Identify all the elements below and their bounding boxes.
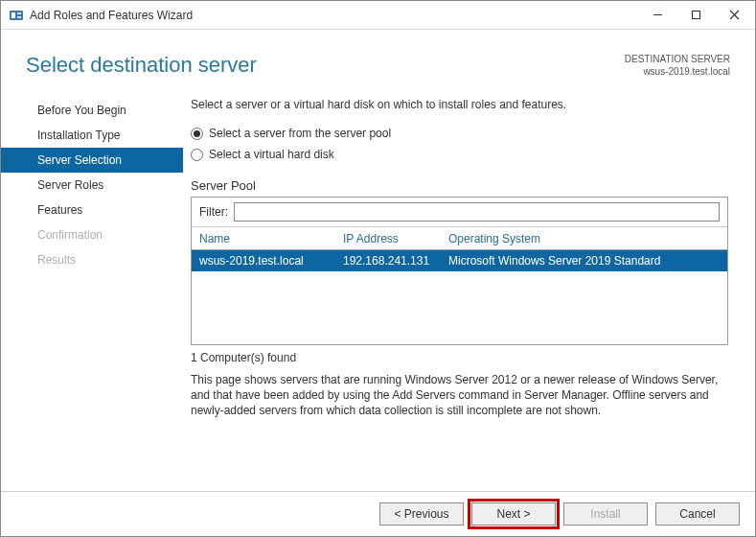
computer-count-text: 1 Computer(s) found: [191, 351, 728, 364]
wizard-footer: < Previous Next > Install Cancel: [1, 492, 755, 536]
column-header-name[interactable]: Name: [199, 232, 343, 245]
radio-label: Select a server from the server pool: [209, 127, 391, 140]
maximize-button[interactable]: [676, 2, 715, 29]
instruction-text: Select a server or a virtual hard disk o…: [191, 98, 728, 111]
wizard-header: Select destination server DESTINATION SE…: [1, 30, 755, 87]
close-button[interactable]: [715, 2, 753, 29]
radio-icon: [191, 128, 203, 140]
radio-virtual-hard-disk[interactable]: Select a virtual hard disk: [191, 144, 728, 165]
sidebar-item-results: Results: [1, 247, 183, 272]
server-pool-box: Filter: Name IP Address Operating System…: [191, 197, 728, 345]
svg-rect-2: [17, 12, 21, 14]
table-header: Name IP Address Operating System: [192, 227, 727, 250]
svg-line-6: [730, 11, 739, 19]
sidebar-item-before-you-begin[interactable]: Before You Begin: [1, 98, 183, 123]
wizard-main-panel: Select a server or a virtual hard disk o…: [183, 94, 755, 491]
cell-ip: 192.168.241.131: [343, 254, 448, 268]
window-titlebar: Add Roles and Features Wizard: [1, 1, 755, 30]
svg-rect-3: [17, 16, 21, 18]
previous-button[interactable]: < Previous: [379, 502, 464, 525]
destination-server-box: DESTINATION SERVER wsus-2019.test.local: [625, 53, 730, 78]
filter-label: Filter:: [199, 205, 228, 219]
filter-input[interactable]: [234, 202, 720, 222]
cancel-button[interactable]: Cancel: [655, 502, 740, 525]
description-text: This page shows servers that are running…: [191, 372, 728, 419]
app-icon: [9, 8, 24, 23]
server-pool-label: Server Pool: [191, 178, 728, 193]
sidebar-item-server-selection[interactable]: Server Selection: [1, 148, 183, 173]
next-button[interactable]: Next >: [471, 502, 556, 525]
table-row[interactable]: wsus-2019.test.local 192.168.241.131 Mic…: [192, 250, 727, 271]
radio-server-pool[interactable]: Select a server from the server pool: [191, 123, 728, 144]
column-header-ip[interactable]: IP Address: [343, 232, 448, 245]
sidebar-item-features[interactable]: Features: [1, 198, 183, 222]
cell-os: Microsoft Windows Server 2019 Standard: [448, 254, 720, 268]
sidebar-item-confirmation: Confirmation: [1, 222, 183, 247]
page-title: Select destination server: [26, 53, 257, 78]
column-header-os[interactable]: Operating System: [448, 232, 720, 245]
destination-server-label: DESTINATION SERVER: [625, 53, 730, 65]
svg-rect-5: [692, 12, 699, 19]
radio-icon: [191, 149, 203, 161]
cell-name: wsus-2019.test.local: [199, 254, 343, 268]
svg-line-7: [730, 11, 739, 19]
window-title: Add Roles and Features Wizard: [30, 9, 638, 22]
sidebar-item-server-roles[interactable]: Server Roles: [1, 173, 183, 198]
install-button: Install: [563, 502, 648, 525]
destination-server-value: wsus-2019.test.local: [625, 65, 730, 78]
wizard-steps-sidebar: Before You Begin Installation Type Serve…: [1, 94, 183, 491]
minimize-button[interactable]: [638, 2, 676, 29]
radio-label: Select a virtual hard disk: [209, 148, 334, 161]
sidebar-item-installation-type[interactable]: Installation Type: [1, 123, 183, 148]
server-list[interactable]: wsus-2019.test.local 192.168.241.131 Mic…: [192, 250, 727, 344]
svg-rect-1: [11, 12, 15, 18]
